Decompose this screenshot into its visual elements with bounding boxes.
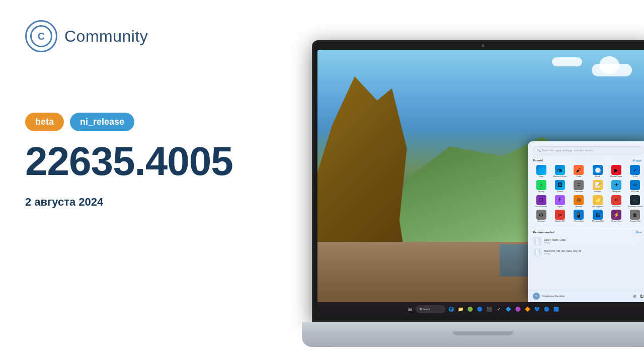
taskbar-icon-10[interactable]: 💙 (533, 305, 541, 313)
all-apps-link[interactable]: All apps (630, 158, 643, 162)
app-recycle[interactable]: 🗑 Recycle Bin (627, 210, 643, 223)
app-powerboys[interactable]: ⚡ Power Toys (608, 210, 624, 223)
explorer-icon: 📁 (593, 195, 603, 205)
app-blender[interactable]: ◎ Blender (571, 195, 587, 208)
laptop-base (302, 322, 644, 347)
app-edge[interactable]: 🌐 Edge (533, 165, 549, 178)
app-phone[interactable]: 📱 Phone Link (571, 210, 587, 223)
app-telegram[interactable]: ✈ Telegram (608, 180, 624, 193)
app-clock[interactable]: 🕐 Clock (589, 165, 606, 178)
adobe-label: Adobe CC (555, 220, 565, 223)
start-button[interactable]: ⊞ (406, 305, 414, 313)
app-terminal[interactable]: >_ Terminal Preview (627, 195, 643, 208)
tag-ni-release[interactable]: ni_release (70, 113, 134, 131)
store-icon: 🛍 (555, 165, 565, 175)
app-settings[interactable]: ⚙ Settings (533, 210, 549, 223)
taskbar-icon-4[interactable]: 🔵 (476, 305, 484, 313)
start-menu[interactable]: 🔍 Search for apps, settings, and documen… (528, 141, 644, 302)
rec-item-2[interactable]: 📄 SharePoint_Site_Set_Read_Only_All 19h … (533, 248, 643, 257)
taskbar-icon-5[interactable]: ⬛ (486, 305, 494, 313)
start-search-placeholder: Search for apps, settings, and documents (542, 149, 593, 152)
rec-time-1: 14h ago (544, 242, 566, 244)
media-icon: ▶ (611, 165, 621, 175)
screen-inner: 🔍 Search for apps, settings, and documen… (317, 50, 644, 316)
more-link[interactable]: More (634, 230, 643, 234)
media-label: Media Player (610, 175, 622, 178)
taskbar-icon-6[interactable]: ✓ (495, 305, 503, 313)
settings-label: Settings (537, 220, 544, 223)
app-vs[interactable]: ⬡ Visual Studio (533, 195, 549, 208)
rec-item-1[interactable]: 📄 Export_Teams_Chats 14h ago (533, 237, 643, 246)
app-photos[interactable]: 🖼 Photos (551, 180, 568, 193)
right-panel: 🔍 Search for apps, settings, and documen… (292, 0, 644, 362)
photos-label: Photos (557, 191, 563, 193)
wallpaper: 🔍 Search for apps, settings, and documen… (317, 50, 644, 316)
app-adobe[interactable]: Cc Adobe CC (551, 210, 568, 223)
taskbar-icon-9[interactable]: 🔶 (524, 305, 532, 313)
taskbar-search-text: Search (423, 308, 431, 311)
app-spotify[interactable]: ♪ Spotify (533, 180, 549, 193)
app-media[interactable]: ▶ Media Player (608, 165, 624, 178)
todo-icon: ✓ (630, 165, 640, 175)
app-store[interactable]: 🛍 Microsoft Store (551, 165, 568, 178)
taskbar-search[interactable]: 🔍 Search (416, 305, 446, 313)
taskbar-edge[interactable]: 🌐 (447, 305, 455, 313)
terminal-icon: >_ (630, 195, 640, 205)
tag-beta[interactable]: beta (25, 113, 64, 131)
release-date: 2 августа 2024 (25, 196, 297, 209)
blender-label: Blender (575, 206, 582, 208)
edge-icon: 🌐 (536, 165, 546, 175)
rec-icon-1: 📄 (533, 237, 542, 246)
app-explorer[interactable]: 📁 File Explorer (589, 195, 606, 208)
taskbar-icon-12[interactable]: 🟦 (552, 305, 560, 313)
rec-time-2: 19h ago (544, 253, 581, 255)
power-icon[interactable]: ⏻ (639, 294, 643, 299)
app-paint[interactable]: 🖌 Paint (571, 165, 587, 178)
app-win365[interactable]: ⊞ Windows 365 (589, 210, 606, 223)
win365-icon: ⊞ (593, 210, 603, 220)
app-figma[interactable]: F Figma (551, 195, 568, 208)
office-icon: O (611, 195, 621, 205)
vscode-label: VS Code (631, 191, 639, 193)
paint-icon: 🖌 (574, 165, 584, 175)
taskbar-icon-8[interactable]: 🟣 (514, 305, 522, 313)
calc-icon: = (574, 180, 584, 190)
app-vscode[interactable]: <> VS Code (627, 180, 643, 193)
edge-label: Edge (539, 175, 543, 178)
settings-footer-icon[interactable]: ⚙ (633, 294, 636, 299)
version-number: 22635.4005 (25, 139, 297, 184)
app-calc[interactable]: = Calculator (571, 180, 587, 193)
powerboys-label: Power Toys (611, 220, 622, 223)
recommended-header: Recommended More (533, 230, 643, 234)
notepad-icon: 📝 (593, 180, 603, 190)
app-todo[interactable]: ✓ To Do (627, 165, 643, 178)
start-search[interactable]: 🔍 Search for apps, settings, and documen… (533, 146, 643, 154)
taskbar-icon-11[interactable]: 🔵 (543, 305, 551, 313)
app-office[interactable]: O MS Office (608, 195, 624, 208)
taskbar: ⊞ 🔍 Search 🌐 📁 🟢 🔵 ⬛ ✓ 🔷 🟣 (317, 302, 644, 316)
laptop-screen: 🔍 Search for apps, settings, and documen… (312, 40, 644, 322)
laptop-container: 🔍 Search for apps, settings, and documen… (312, 40, 644, 347)
divider (533, 227, 643, 227)
logo-icon: C (25, 20, 57, 52)
app-notepad[interactable]: 📝 Notepad (589, 180, 606, 193)
logo-area: C Community (25, 20, 297, 52)
user-profile[interactable]: S Svyatoslav Demidov (533, 293, 565, 300)
taskbar-icon-3[interactable]: 🟢 (466, 305, 474, 313)
rec-icon-2: 📄 (533, 248, 542, 257)
user-name: Svyatoslav Demidov (542, 295, 565, 298)
vs-label: Visual Studio (535, 206, 547, 208)
taskbar-icon-2[interactable]: 📁 (457, 305, 465, 313)
start-menu-footer: S Svyatoslav Demidov ⚙ ⏻ (528, 290, 644, 302)
figma-icon: F (555, 195, 565, 205)
spotify-icon: ♪ (536, 180, 546, 190)
laptop-body: 🔍 Search for apps, settings, and documen… (312, 40, 644, 347)
pinned-icons-grid: 🌐 Edge 🛍 Microsoft Store 🖌 Paint (533, 165, 643, 223)
clock-icon: 🕐 (593, 165, 603, 175)
logo-letter: C (30, 25, 52, 47)
pinned-label: Pinned (533, 159, 543, 162)
recommended-items: 📄 Export_Teams_Chats 14h ago 📄 (533, 237, 643, 257)
taskbar-icon-7[interactable]: 🔷 (505, 305, 513, 313)
adobe-icon: Cc (555, 210, 565, 220)
logo-text: Community (64, 27, 148, 46)
